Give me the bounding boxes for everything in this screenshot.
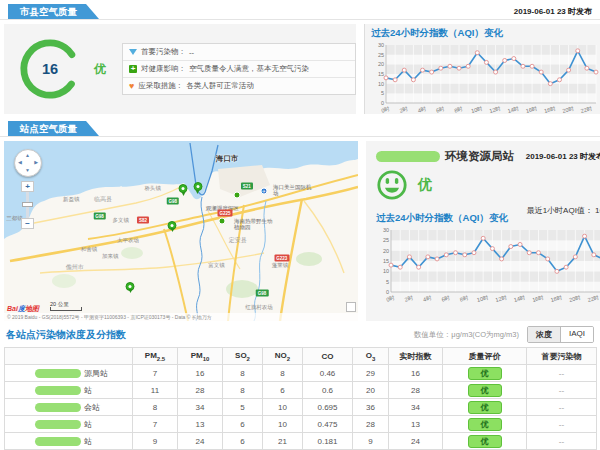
toggle-浓度[interactable]: 浓度 — [528, 327, 560, 342]
table-row: 站9246210.181924优-- — [5, 433, 597, 450]
svg-text:22时: 22时 — [587, 294, 600, 303]
svg-text:6时: 6时 — [441, 294, 451, 302]
map-label: 海口美兰国际机场 — [273, 183, 313, 196]
value-cell: 13 — [178, 416, 223, 433]
city-publish-time: 2019-06-01 23 时发布 — [514, 6, 592, 19]
airport-poi-icon[interactable]: ✈ — [260, 188, 267, 195]
value-cell: 34 — [389, 399, 443, 416]
city-chart-title: 过去24小时分指数（AQI）变化 — [371, 24, 599, 42]
map-label: 海南热带野生动植物园 — [234, 217, 274, 230]
air-quality-dashboard: 市县空气质量 2019-06-01 23 时发布 16 优 首要污染物： -- — [0, 2, 600, 450]
redacted-station-name — [35, 420, 81, 429]
value-cell: 13 — [389, 416, 443, 433]
primary-pollutant-cell: -- — [527, 433, 597, 450]
map-label: 新盈镇 — [63, 195, 80, 202]
primary-pollutant-cell: -- — [527, 382, 597, 399]
value-cell: 8 — [133, 399, 178, 416]
svg-text:8时: 8时 — [454, 105, 464, 113]
station-name-suffix: 站 — [84, 419, 92, 430]
road-badge: S21 — [241, 183, 253, 190]
svg-text:25: 25 — [383, 237, 389, 243]
svg-text:2时: 2时 — [404, 294, 414, 302]
value-cell: 7 — [133, 416, 178, 433]
station-map-pin[interactable] — [126, 282, 135, 291]
svg-text:0: 0 — [381, 100, 384, 106]
value-cell: 21 — [263, 433, 303, 450]
value-cell: 10 — [263, 399, 303, 416]
station-aqi-chart: 0510152025300时2时4时6时8时10时12时14时16时18时20时… — [376, 227, 600, 303]
aqi-value: 16 — [42, 61, 58, 77]
svg-text:20: 20 — [383, 248, 389, 254]
pan-up-icon[interactable]: ▲ — [25, 153, 30, 158]
station-detail-card: 环境资源局站 2019-06-01 23 时发布 优 最近1小时AQI值： 16 — [366, 141, 600, 321]
recent-aqi: 最近1小时AQI值： 16 — [527, 205, 600, 216]
value-cell: 16 — [389, 365, 443, 382]
map-label: 和舍镇 — [81, 246, 98, 253]
station-map-pin[interactable] — [193, 182, 202, 191]
aqi-info-box: 首要污染物： -- + 对健康影响： 空气质量令人满意，基本无空气污染 ♥ 应采… — [122, 43, 356, 95]
zoom-slider-handle[interactable] — [22, 202, 33, 207]
map-attribution: © 2019 Baidu - GS(2018)5572号 - 甲测资字11006… — [4, 313, 358, 321]
map-zoom-control[interactable]: + − — [21, 181, 34, 229]
map[interactable]: 海口市海口美兰国际机场观澜湖度假区海南热带野生动植物园临高县定安县儋州市桥头镇新… — [4, 141, 358, 321]
value-cell: 29 — [353, 365, 389, 382]
svg-text:20时: 20时 — [562, 105, 575, 114]
svg-text:15: 15 — [378, 71, 384, 77]
zoom-slider[interactable] — [26, 192, 29, 218]
svg-text:12时: 12时 — [495, 294, 508, 303]
zoom-in-button[interactable]: + — [21, 181, 34, 192]
value-cell: 11 — [133, 382, 178, 399]
value-cell: 8 — [223, 382, 263, 399]
quality-rating-badge: 优 — [468, 384, 502, 397]
table-row: 会站8345100.6953634优-- — [5, 399, 597, 416]
svg-text:30: 30 — [383, 227, 389, 233]
column-header: NO2 — [263, 348, 303, 365]
column-header: PM10 — [178, 348, 223, 365]
heart-icon: ♥ — [129, 82, 134, 91]
attraction-poi-icon[interactable] — [219, 217, 226, 224]
table-row: 源局站716880.462916优-- — [5, 365, 597, 382]
svg-text:20时: 20时 — [568, 294, 581, 303]
city-air-section: 市县空气质量 2019-06-01 23 时发布 16 优 首要污染物： -- — [0, 2, 600, 114]
map-pan-control[interactable]: ▲ ▼ ◀ ▶ — [14, 149, 42, 177]
svg-text:10: 10 — [383, 268, 389, 274]
value-cell: 24 — [389, 433, 443, 450]
value-cell: 9 — [353, 433, 389, 450]
toggle-IAQI[interactable]: IAQI — [560, 327, 593, 342]
column-header: O3 — [353, 348, 389, 365]
svg-text:0时: 0时 — [386, 294, 396, 302]
pan-down-icon[interactable]: ▼ — [25, 168, 30, 173]
baidu-logo[interactable]: Bai度地图 — [7, 305, 39, 313]
station-name-suffix: 站 — [84, 385, 92, 396]
column-header: CO — [303, 348, 353, 365]
map-label: 加来镇 — [102, 253, 119, 260]
column-header: 实时指数 — [389, 348, 443, 365]
table-row: 站1128860.62028优-- — [5, 382, 597, 399]
value-cell: 10 — [263, 416, 303, 433]
pan-left-icon[interactable]: ◀ — [18, 160, 22, 165]
svg-text:25: 25 — [378, 52, 384, 58]
redacted-station-name — [35, 386, 81, 395]
redacted-station-name — [35, 437, 81, 446]
map-corner-button[interactable] — [346, 302, 356, 312]
map-label: 桥头镇 — [144, 184, 161, 191]
city-aqi-card: 16 优 首要污染物： -- + 对健康影响： 空气质量令人满意，基本无空气污染 — [4, 24, 356, 114]
svg-text:10时: 10时 — [470, 105, 483, 114]
value-cell: 6 — [223, 433, 263, 450]
quality-rating-badge: 优 — [468, 367, 502, 380]
road-badge: G223 — [274, 255, 289, 262]
station-name: 环境资源局站 — [445, 149, 514, 164]
station-map-pin[interactable] — [179, 184, 188, 193]
value-cell: 0.6 — [303, 382, 353, 399]
attraction-poi-icon[interactable] — [233, 192, 240, 199]
pan-right-icon[interactable]: ▶ — [34, 160, 38, 165]
value-cell: 24 — [178, 433, 223, 450]
zoom-out-button[interactable]: − — [21, 218, 34, 229]
station-map-pin[interactable] — [168, 221, 177, 230]
map-label: 定安县 — [229, 236, 247, 245]
health-cross-icon: + — [129, 65, 137, 73]
svg-text:16时: 16时 — [525, 105, 538, 114]
funnel-icon — [129, 49, 137, 55]
map-label: 多文镇 — [113, 217, 130, 224]
station-name-suffix: 会站 — [84, 402, 100, 413]
